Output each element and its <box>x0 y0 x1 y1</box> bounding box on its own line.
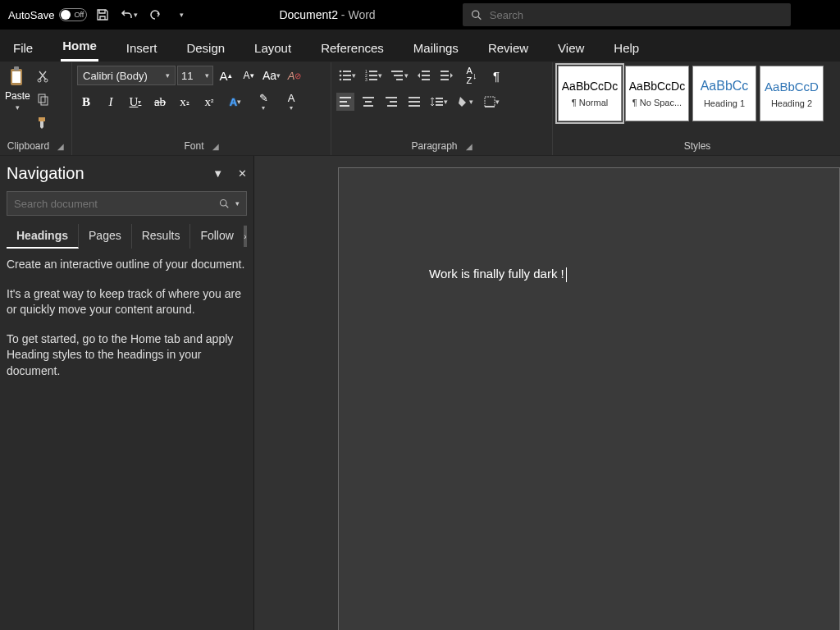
navigation-title: Navigation <box>7 164 84 183</box>
align-center-icon[interactable] <box>359 93 377 111</box>
style-normal[interactable]: AaBbCcDc ¶ Normal <box>558 66 622 121</box>
bullets-icon[interactable]: ▾ <box>336 66 358 85</box>
autosave-toggle[interactable]: AutoSave Off <box>8 8 87 21</box>
svg-point-0 <box>472 11 478 17</box>
font-size-combo[interactable]: 11▾ <box>177 66 213 85</box>
svg-rect-28 <box>441 75 449 76</box>
multilevel-list-icon[interactable]: ▾ <box>389 66 410 85</box>
svg-rect-38 <box>387 105 397 107</box>
app-name: Word <box>348 8 375 21</box>
copy-icon[interactable] <box>34 90 52 108</box>
toggle-switch[interactable]: Off <box>59 8 87 21</box>
nav-tabs: Headings Pages Results Follow <box>7 224 244 249</box>
nav-dropdown-icon[interactable]: ▼ <box>212 167 223 180</box>
chevron-down-icon[interactable]: ▾ <box>16 103 20 112</box>
nav-hint-1: Create an interactive outline of your do… <box>7 257 247 273</box>
tab-references[interactable]: References <box>319 34 386 62</box>
cut-icon[interactable] <box>34 67 52 85</box>
svg-rect-12 <box>343 75 351 76</box>
group-styles: AaBbCcDc ¶ Normal AaBbCcDc ¶ No Spac... … <box>553 62 840 155</box>
svg-rect-36 <box>386 97 397 98</box>
style-no-spacing[interactable]: AaBbCcDc ¶ No Spac... <box>625 66 689 121</box>
superscript-button[interactable]: x² <box>200 93 218 111</box>
font-name-combo[interactable]: Calibri (Body)▾ <box>77 66 176 85</box>
underline-button[interactable]: U▾ <box>126 93 144 111</box>
subscript-button[interactable]: x₂ <box>176 93 194 111</box>
italic-button[interactable]: I <box>102 93 120 111</box>
line-spacing-icon[interactable]: ▾ <box>428 92 450 112</box>
tab-mailings[interactable]: Mailings <box>412 34 460 62</box>
tab-help[interactable]: Help <box>612 34 641 62</box>
justify-icon[interactable] <box>405 93 423 111</box>
paste-label: Paste <box>5 90 30 102</box>
style-heading-1[interactable]: AaBbCc Heading 1 <box>692 66 756 121</box>
document-text[interactable]: Work is finally fully dark ! <box>429 267 564 281</box>
svg-rect-24 <box>422 71 430 72</box>
tab-home[interactable]: Home <box>61 32 98 62</box>
ribbon-tabs: File Home Insert Design Layout Reference… <box>0 30 840 62</box>
tab-view[interactable]: View <box>556 34 586 62</box>
svg-rect-35 <box>363 105 373 107</box>
redo-icon[interactable] <box>144 4 166 25</box>
svg-line-48 <box>226 205 228 208</box>
bold-button[interactable]: B <box>77 93 95 111</box>
shading-icon[interactable]: ▾ <box>454 92 476 112</box>
svg-rect-39 <box>409 97 420 98</box>
nav-tab-headings[interactable]: Headings <box>7 224 79 249</box>
chevron-down-icon[interactable]: ▾ <box>134 11 138 19</box>
shrink-font-icon[interactable]: A▾ <box>238 66 259 85</box>
strikethrough-button[interactable]: ab <box>151 93 169 111</box>
search-icon <box>471 9 482 21</box>
borders-icon[interactable]: ▾ <box>481 92 502 112</box>
qat-customize-icon[interactable]: ▾ <box>171 4 192 25</box>
nav-tab-pages[interactable]: Pages <box>79 224 132 249</box>
grow-font-icon[interactable]: A▴ <box>215 66 236 85</box>
svg-rect-8 <box>41 97 48 105</box>
nav-tab-follow[interactable]: Follow <box>190 224 243 249</box>
nav-tab-results[interactable]: Results <box>132 224 191 249</box>
font-color-icon[interactable]: A▾ <box>281 92 302 112</box>
nav-close-icon[interactable]: ✕ <box>238 167 247 180</box>
text-effects-icon[interactable]: A▾ <box>225 92 246 112</box>
change-case-icon[interactable]: Aa▾ <box>261 66 282 85</box>
align-left-icon[interactable] <box>336 93 354 111</box>
clear-formatting-icon[interactable]: A⊘ <box>284 66 305 85</box>
style-heading-2[interactable]: AaBbCcD Heading 2 <box>760 66 824 121</box>
paste-button[interactable]: Paste ▾ <box>5 66 30 112</box>
sort-icon[interactable]: AZ↓ <box>461 66 482 85</box>
group-paragraph: ▾ 123▾ ▾ AZ↓ ¶ ▾ ▾ ▾ Paragraph◢ <box>331 62 553 155</box>
highlight-color-icon[interactable]: ✎▾ <box>253 92 274 112</box>
show-marks-icon[interactable]: ¶ <box>487 66 505 84</box>
nav-search-input[interactable] <box>14 198 212 210</box>
styles-gallery[interactable]: AaBbCcDc ¶ Normal AaBbCcDc ¶ No Spac... … <box>558 66 824 121</box>
document-canvas[interactable]: Work is finally fully dark ! <box>254 156 840 630</box>
undo-icon[interactable]: ▾ <box>118 4 139 25</box>
tab-file[interactable]: File <box>11 34 34 62</box>
svg-line-1 <box>478 16 481 19</box>
svg-text:3: 3 <box>365 77 368 81</box>
increase-indent-icon[interactable] <box>438 66 456 84</box>
svg-rect-40 <box>409 101 420 103</box>
document-name: Document2 <box>279 8 338 21</box>
decrease-indent-icon[interactable] <box>415 66 433 84</box>
search-input[interactable] <box>490 9 783 21</box>
dialog-launcher-icon[interactable]: ◢ <box>466 142 472 151</box>
ribbon: Paste ▾ Clipboard◢ Calibri (Body)▾ 11▾ A… <box>0 62 840 156</box>
nav-search[interactable]: ▾ <box>7 191 247 216</box>
tab-insert[interactable]: Insert <box>125 34 159 62</box>
dialog-launcher-icon[interactable]: ◢ <box>57 142 64 151</box>
search-icon <box>219 199 229 208</box>
tell-me-search[interactable] <box>463 3 791 26</box>
dialog-launcher-icon[interactable]: ◢ <box>212 142 219 151</box>
nav-search-options-icon[interactable]: ▾ <box>235 199 240 208</box>
nav-tabs-scroll-right[interactable]: › <box>244 226 247 247</box>
group-label-clipboard: Clipboard <box>7 140 49 152</box>
tab-review[interactable]: Review <box>486 34 530 62</box>
tab-layout[interactable]: Layout <box>253 34 293 62</box>
page[interactable]: Work is finally fully dark ! <box>338 167 840 630</box>
tab-design[interactable]: Design <box>185 34 226 62</box>
save-icon[interactable] <box>92 4 113 25</box>
format-painter-icon[interactable] <box>34 113 52 131</box>
align-right-icon[interactable] <box>382 93 400 111</box>
numbering-icon[interactable]: 123▾ <box>363 66 384 85</box>
